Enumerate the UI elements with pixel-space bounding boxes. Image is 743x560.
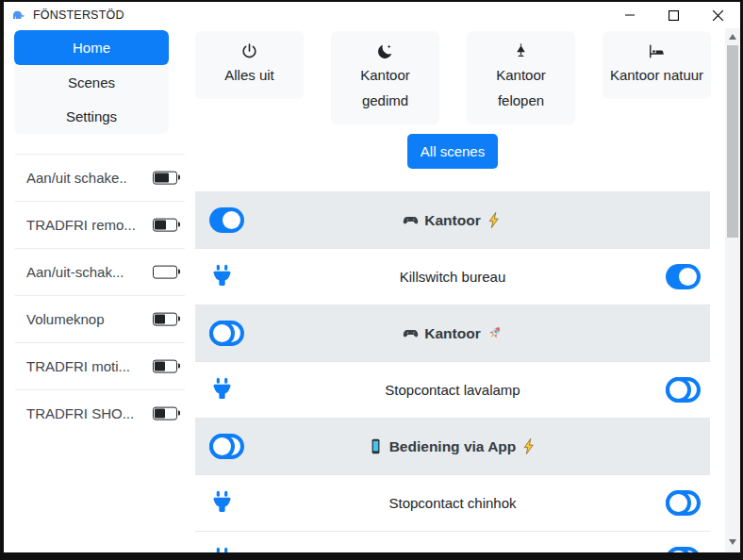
- battery-icon: [153, 312, 180, 326]
- device-label: Aan/uit-schak...: [15, 264, 124, 280]
- device-label: Aan/uit schake..: [15, 170, 127, 186]
- row-label: Stopcontact lavalamp: [261, 362, 644, 418]
- group-row-kantoor: Kantoor: [195, 191, 710, 248]
- sidebar-item-settings[interactable]: Settings: [14, 99, 169, 134]
- toggle-switch[interactable]: [209, 321, 244, 346]
- device-row-killswitch-bureau: Killswitch bureau: [195, 248, 710, 305]
- row-label: Stopcontact chinhok: [261, 475, 644, 531]
- plug-icon: [209, 262, 235, 290]
- scene-button-label: Kantoor natuur: [610, 62, 703, 88]
- all-scenes-button[interactable]: All scenes: [407, 134, 498, 169]
- sidebar-nav: HomeScenesSettings: [14, 30, 169, 134]
- device-label: TRADFRI remo...: [15, 217, 136, 233]
- device-list-item-tradfri-remo[interactable]: TRADFRI remo...: [15, 201, 185, 248]
- moon-stars-icon: [376, 42, 394, 60]
- toggle-switch[interactable]: [666, 490, 701, 516]
- lightning-icon: [520, 437, 538, 455]
- group-label-text: Kantoor: [424, 325, 480, 342]
- scene-button-kantoor-natuur[interactable]: Kantoor natuur: [603, 31, 711, 99]
- scrollbar-up-arrow-icon[interactable]: [725, 30, 740, 43]
- scrollbar[interactable]: [725, 28, 740, 552]
- battery-icon: [153, 406, 180, 420]
- app-window: { "window": { "title": "FÖNSTERSTÖD", "c…: [0, 0, 743, 560]
- battery-icon: [153, 218, 180, 232]
- group-row-bediening-via-app: Bediening via App: [195, 418, 710, 474]
- group-row-kantoor: Kantoor: [195, 305, 710, 361]
- lightning-icon: [486, 211, 504, 229]
- power-icon: [240, 42, 258, 60]
- minimize-icon: [625, 10, 635, 20]
- device-row-stopcontact-tv-meubel: Stopcontact TV-meubel: [195, 531, 710, 552]
- app-window-frame: FÖNSTERSTÖD HomeScenesSettings Aan/uit s…: [4, 2, 740, 552]
- game-controller-icon: [402, 324, 420, 342]
- device-list-item-tradfri-sho[interactable]: TRADFRI SHO...: [15, 389, 185, 436]
- toggle-switch[interactable]: [209, 434, 244, 459]
- device-list-item-volumeknop[interactable]: Volumeknop: [15, 295, 185, 342]
- scene-button-label: Alles uit: [224, 62, 274, 88]
- scene-button-kantoor-felopen[interactable]: Kantoor felopen: [467, 31, 575, 124]
- toggle-switch[interactable]: [666, 377, 701, 403]
- scene-button-label: Kantoor gedimd: [337, 62, 434, 113]
- toggle-switch[interactable]: [209, 207, 244, 233]
- row-label: Stopcontact TV-meubel: [261, 532, 644, 552]
- minimize-button[interactable]: [607, 2, 652, 28]
- plug-icon: [209, 488, 235, 517]
- device-list: Aan/uit schake..TRADFRI remo...Aan/uit-s…: [15, 154, 185, 436]
- game-controller-icon: [402, 211, 420, 229]
- smartphone-icon: [367, 437, 385, 455]
- maximize-icon: [669, 10, 679, 21]
- group-label-text: Kantoor: [424, 212, 480, 229]
- device-row-stopcontact-chinhok: Stopcontact chinhok: [195, 474, 710, 531]
- close-button[interactable]: [696, 2, 740, 28]
- sidebar-item-home[interactable]: Home: [14, 30, 169, 65]
- row-label: Kantoor: [261, 192, 644, 248]
- battery-icon: [153, 359, 180, 373]
- device-label: TRADFRI SHO...: [15, 405, 134, 421]
- scrollbar-thumb[interactable]: [727, 45, 738, 238]
- scrollbar-down-arrow-icon[interactable]: [725, 535, 740, 549]
- device-row-stopcontact-lavalamp: Stopcontact lavalamp: [195, 361, 710, 418]
- scene-button-alles-uit[interactable]: Alles uit: [195, 31, 304, 99]
- device-label: Volumeknop: [15, 311, 105, 327]
- battery-icon: [153, 171, 180, 185]
- group-label-text: Bediening via App: [389, 438, 517, 455]
- device-label-text: Killswitch bureau: [400, 269, 506, 285]
- device-label-text: Stopcontact lavalamp: [385, 382, 520, 398]
- row-label: Bediening via App: [261, 419, 644, 474]
- scene-button-label: Kantoor felopen: [472, 62, 570, 113]
- scene-button-kantoor-gedimd[interactable]: Kantoor gedimd: [331, 31, 439, 124]
- plug-icon: [209, 375, 235, 404]
- lamp-icon: [512, 42, 530, 60]
- battery-icon: [153, 265, 180, 279]
- maximize-button[interactable]: [652, 2, 696, 28]
- toggle-switch[interactable]: [666, 547, 701, 552]
- device-list-item-aan-uit-schak[interactable]: Aan/uit-schak...: [15, 248, 185, 295]
- row-label: Kantoor: [261, 305, 644, 361]
- titlebar: FÖNSTERSTÖD: [4, 2, 740, 28]
- device-label-text: Stopcontact chinhok: [388, 495, 516, 511]
- elephant-app-icon: [11, 8, 26, 23]
- bed-icon: [648, 42, 666, 60]
- plug-icon: [209, 545, 235, 552]
- toggle-switch[interactable]: [666, 264, 701, 289]
- rows: KantoorKillswitch bureauKantoorStopconta…: [195, 191, 710, 552]
- row-label: Killswitch bureau: [261, 249, 644, 305]
- device-label-text: Stopcontact TV-meubel: [379, 552, 526, 552]
- window-controls: [607, 2, 740, 28]
- sidebar-item-scenes[interactable]: Scenes: [14, 65, 169, 100]
- close-icon: [713, 10, 723, 21]
- scene-buttons: Alles uitKantoor gedimdKantoor felopenKa…: [195, 31, 711, 124]
- device-list-item-tradfri-moti[interactable]: TRADFRI moti...: [15, 342, 185, 389]
- device-list-item-aan-uit-schake[interactable]: Aan/uit schake..: [15, 154, 185, 201]
- device-label: TRADFRI moti...: [15, 358, 130, 374]
- app-title: FÖNSTERSTÖD: [33, 8, 124, 22]
- rocket-icon: [486, 324, 504, 342]
